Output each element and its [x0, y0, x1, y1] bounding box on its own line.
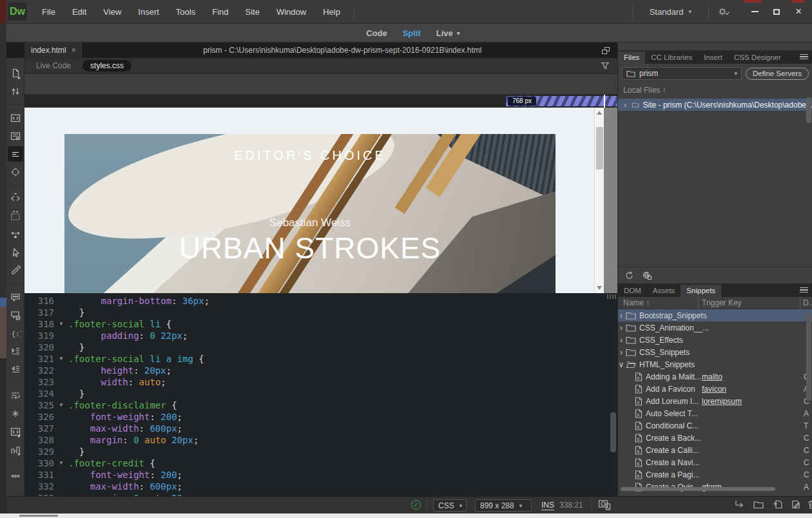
menu-help[interactable]: Help [314, 0, 349, 24]
sort-ascending-icon[interactable]: ↑ [662, 86, 666, 95]
code-line-323[interactable]: 323 width: auto; [24, 376, 617, 388]
code-view-icon[interactable] [8, 110, 23, 126]
code-line-329[interactable]: 329 } [24, 446, 617, 457]
menu-find[interactable]: Find [204, 0, 237, 24]
format-braces-icon[interactable]: {:} [8, 325, 23, 341]
viewport-edge-marker[interactable] [604, 95, 605, 108]
insert-mode-indicator[interactable]: INS [541, 501, 554, 510]
tab-cc-libraries[interactable]: CC Libraries [645, 52, 698, 64]
column-divider[interactable] [800, 297, 800, 309]
snippet-folder-row[interactable]: ›Bootstrap_Snippets [618, 309, 812, 321]
live-view[interactable]: EDITOR'S CHOICE Sebastian Weiss URBAN ST… [24, 108, 617, 293]
snippet-item-row[interactable]: sCreate a Back...C [618, 432, 812, 444]
files-scrollbar-thumb[interactable] [806, 97, 811, 123]
snippet-folder-row[interactable]: ›CSS_Animation__... [618, 321, 812, 334]
split-view-icon[interactable] [8, 146, 23, 162]
open-documents-icon[interactable] [8, 66, 23, 81]
tab-dom[interactable]: DOM [618, 285, 647, 297]
wrap-lines-icon[interactable] [8, 388, 23, 403]
snippet-folder-row[interactable]: ›CSS_Snippets [618, 346, 812, 358]
code-line-321[interactable]: 321▼.footer-social li a img { [24, 353, 617, 365]
code-line-332[interactable]: 332 max-width: 600px; [24, 481, 617, 492]
site-root-row[interactable]: › Site - prism (C:\Users\nishkuma\Deskto… [618, 99, 812, 111]
menu-site[interactable]: Site [237, 0, 267, 24]
code-line-325[interactable]: 325▼.footer-disclaimer { [24, 399, 617, 411]
code-line-331[interactable]: 331 font-weight: 200; [24, 469, 617, 481]
fold-arrow-icon[interactable]: ▼ [54, 457, 68, 469]
snippet-item-row[interactable]: sConditional C...T [618, 419, 812, 432]
new-folder-icon[interactable] [753, 499, 764, 510]
chevron-right-icon[interactable]: › [618, 348, 624, 357]
snippet-item-row[interactable]: sCreate a Calli...C [618, 444, 812, 456]
related-file-live-code[interactable]: Live Code [36, 61, 71, 70]
code-line-318[interactable]: 318▼.footer-social li { [24, 318, 617, 330]
code-line-316[interactable]: 316 margin-bottom: 36px; [24, 295, 617, 307]
snippet-item-row[interactable]: sAuto Select T...A [618, 407, 812, 419]
column-trigger-key[interactable]: Trigger Key [702, 298, 742, 307]
edit-snippet-icon[interactable] [790, 499, 802, 510]
scroll-up-icon[interactable] [597, 111, 602, 115]
workspace-switcher[interactable]: Standard ▾ [641, 7, 701, 17]
fold-arrow-icon[interactable]: ▼ [54, 318, 68, 330]
media-query-bar[interactable]: 768 px [506, 96, 617, 106]
minimize-button[interactable] [745, 5, 764, 19]
code-editor[interactable]: 316 margin-bottom: 36px;317 }318▼.footer… [24, 293, 617, 496]
scroll-down-icon[interactable] [597, 286, 602, 290]
menu-edit[interactable]: Edit [64, 0, 95, 24]
select-tool-icon[interactable] [8, 245, 23, 260]
indent-code-icon[interactable] [8, 343, 23, 359]
snippet-trigger-key[interactable]: loremipsum [702, 397, 742, 406]
sort-ascending-icon[interactable]: ↑ [646, 298, 650, 307]
preview-devices-icon[interactable] [598, 499, 612, 511]
restore-document-icon[interactable] [602, 47, 610, 54]
highlight-invalid-icon[interactable] [8, 406, 23, 421]
related-file-styles-css[interactable]: styles.css [82, 60, 131, 72]
file-sync-icon[interactable] [8, 84, 23, 99]
remote-server-icon[interactable] [642, 271, 652, 280]
tab-css-designer[interactable]: CSS Designer [728, 52, 787, 64]
code-line-320[interactable]: 320 } [24, 341, 617, 353]
snippets-scrollbar-thumb[interactable] [806, 313, 811, 401]
live-view-options-icon[interactable] [8, 128, 23, 144]
tab-insert[interactable]: Insert [698, 52, 728, 64]
filter-funnel-icon[interactable] [601, 61, 610, 70]
code-snippet-icon[interactable] [8, 424, 23, 439]
snippet-item-row[interactable]: sCreate a Pagi...C [618, 468, 812, 481]
menu-view[interactable]: View [95, 0, 130, 24]
sync-settings-button[interactable] [717, 6, 731, 17]
document-tab[interactable]: index.html × [24, 43, 83, 58]
edit-tag-icon[interactable] [8, 263, 23, 278]
panel-menu-icon[interactable] [800, 54, 808, 61]
hero-image[interactable]: EDITOR'S CHOICE Sebastian Weiss URBAN ST… [64, 134, 556, 293]
snippets-hscrollbar-thumb[interactable] [621, 487, 775, 491]
snippet-folder-row[interactable]: ∨HTML_Snippets [618, 358, 812, 370]
insert-snippet-icon[interactable] [733, 499, 745, 510]
chevron-right-icon[interactable]: › [618, 311, 624, 320]
remove-comment-icon[interactable] [8, 307, 23, 323]
menu-window[interactable]: Window [268, 0, 314, 24]
scrollbar-thumb[interactable] [596, 127, 603, 169]
more-options-icon[interactable] [8, 468, 23, 484]
apply-comment-icon[interactable] [8, 289, 23, 305]
position-helper-icon[interactable] [8, 227, 23, 242]
close-button[interactable]: × [789, 5, 808, 19]
menu-insert[interactable]: Insert [130, 0, 168, 24]
fold-arrow-icon[interactable]: ▼ [54, 353, 68, 365]
column-name[interactable]: Name [623, 298, 644, 307]
code-line-319[interactable]: 319 padding: 0 22px; [24, 330, 617, 341]
tab-assets[interactable]: Assets [647, 285, 681, 297]
column-description[interactable]: D.. [803, 298, 812, 307]
chevron-right-icon[interactable]: › [622, 101, 628, 110]
panel-menu-icon[interactable] [800, 287, 808, 294]
snippet-item-row[interactable]: sAdding a Mailt...mailtoC [618, 370, 812, 383]
code-line-327[interactable]: 327 max-width: 600px; [24, 423, 617, 434]
viewport-size-dropdown[interactable]: 899 x 288 ▾ [475, 499, 532, 512]
code-line-324[interactable]: 324 } [24, 388, 617, 399]
view-mode-code[interactable]: Code [358, 28, 395, 38]
outdent-code-icon[interactable] [8, 361, 23, 377]
code-line-326[interactable]: 326 font-weight: 200; [24, 411, 617, 423]
chevron-right-icon[interactable]: › [618, 336, 624, 345]
site-select[interactable]: prism ▾ [622, 67, 742, 80]
column-divider[interactable] [698, 297, 699, 309]
refresh-icon[interactable] [624, 271, 634, 280]
